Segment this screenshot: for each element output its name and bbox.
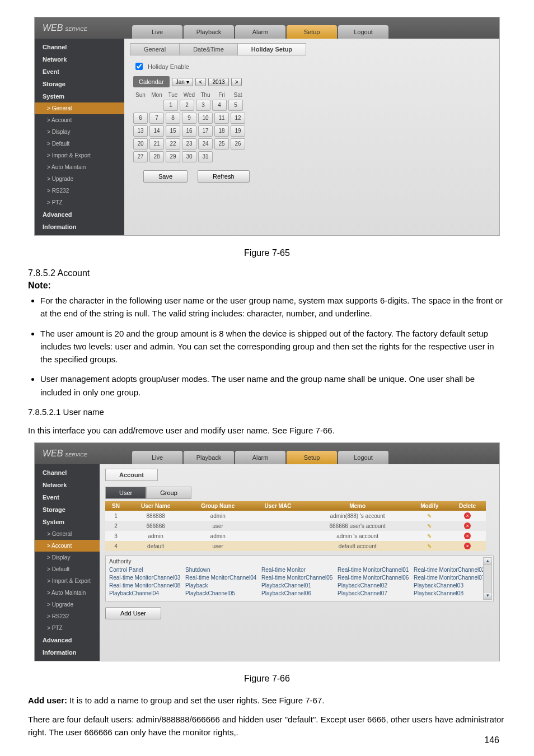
day-cell[interactable]: 27: [133, 151, 148, 162]
day-cell[interactable]: 8: [166, 113, 180, 124]
tab-logout[interactable]: Logout: [338, 25, 388, 39]
day-cell[interactable]: 31: [198, 151, 213, 162]
day-cell[interactable]: 30: [182, 151, 196, 162]
table-row[interactable]: 3adminadminadmin 's account✎×: [105, 531, 486, 541]
day-cell[interactable]: 17: [198, 125, 213, 137]
day-cell[interactable]: 29: [166, 151, 180, 162]
day-cell[interactable]: 22: [166, 138, 180, 150]
delete-icon[interactable]: ×: [464, 512, 471, 519]
day-cell[interactable]: 2: [180, 100, 194, 111]
table-row[interactable]: 4defaultuserdefault account✎×: [105, 541, 486, 551]
sidebar-item-ptz[interactable]: > PTZ: [35, 197, 124, 208]
holiday-enable-checkbox[interactable]: [135, 63, 143, 70]
pencil-icon[interactable]: ✎: [427, 543, 432, 549]
sidebar-item-account[interactable]: > Account: [35, 114, 124, 126]
pencil-icon[interactable]: ✎: [427, 533, 432, 539]
day-cell[interactable]: 10: [198, 113, 213, 124]
table-row[interactable]: 1888888adminadmin(888) 's account✎×: [105, 511, 486, 521]
sidebar-item-advanced-2[interactable]: Advanced: [35, 634, 100, 646]
day-cell[interactable]: 19: [231, 125, 245, 137]
sidebar-item-channel-2[interactable]: Channel: [35, 466, 100, 479]
tab-alarm-2[interactable]: Alarm: [235, 451, 285, 464]
cell-delete[interactable]: ×: [449, 541, 486, 551]
sidebar-item-channel[interactable]: Channel: [35, 41, 124, 53]
sidebar-item-automaintain[interactable]: > Auto Maintain: [35, 161, 124, 173]
day-cell[interactable]: 15: [166, 125, 180, 137]
subtab-datetime[interactable]: Date&Time: [179, 43, 238, 55]
sidebar-item-storage[interactable]: Storage: [35, 78, 124, 90]
tab-live[interactable]: Live: [132, 25, 182, 39]
day-cell[interactable]: 5: [228, 100, 243, 111]
tab-setup[interactable]: Setup: [287, 25, 337, 39]
delete-icon[interactable]: ×: [464, 543, 471, 549]
tab-user[interactable]: User: [105, 487, 146, 499]
day-cell[interactable]: 9: [182, 113, 196, 124]
tab-alarm[interactable]: Alarm: [235, 25, 285, 39]
sidebar-item-impexp[interactable]: > Import & Export: [35, 150, 124, 161]
sidebar-item-information[interactable]: Information: [35, 221, 124, 233]
sidebar-item-general[interactable]: > General: [35, 102, 124, 114]
sidebar-item-system[interactable]: System: [35, 90, 124, 102]
cell-modify[interactable]: ✎: [410, 531, 449, 541]
sidebar-item-rs232-2[interactable]: > RS232: [35, 610, 100, 622]
day-cell[interactable]: 3: [196, 100, 210, 111]
day-cell[interactable]: 14: [149, 125, 164, 137]
sidebar-item-default[interactable]: > Default: [35, 138, 124, 150]
day-cell[interactable]: 13: [133, 125, 148, 137]
sidebar-item-ptz-2[interactable]: > PTZ: [35, 622, 100, 634]
sidebar-item-account-2[interactable]: > Account: [35, 540, 100, 552]
sidebar-item-system-2[interactable]: System: [35, 516, 100, 528]
month-select[interactable]: Jan ▾: [172, 78, 193, 86]
day-cell[interactable]: 23: [182, 138, 196, 150]
sidebar-item-event-2[interactable]: Event: [35, 491, 100, 503]
day-cell[interactable]: 18: [214, 125, 229, 137]
day-cell[interactable]: 28: [149, 151, 164, 162]
sidebar-item-event[interactable]: Event: [35, 66, 124, 78]
day-cell[interactable]: 21: [149, 138, 164, 150]
pencil-icon[interactable]: ✎: [427, 513, 432, 519]
day-cell[interactable]: 1: [163, 100, 178, 111]
tab-setup-2[interactable]: Setup: [287, 451, 337, 464]
year-prev-button[interactable]: <: [195, 78, 207, 86]
day-cell[interactable]: 11: [214, 113, 229, 124]
tab-logout-2[interactable]: Logout: [338, 451, 388, 464]
tab-playback-2[interactable]: Playback: [184, 451, 234, 464]
tab-playback[interactable]: Playback: [184, 25, 234, 39]
subtab-account[interactable]: Account: [105, 469, 158, 481]
day-cell[interactable]: 25: [214, 138, 229, 150]
year-field[interactable]: 2013: [208, 78, 228, 86]
year-next-button[interactable]: >: [231, 78, 242, 86]
sidebar-item-information-2[interactable]: Information: [35, 646, 100, 659]
cell-modify[interactable]: ✎: [410, 511, 449, 521]
sidebar-item-display[interactable]: > Display: [35, 126, 124, 138]
sidebar-item-default-2[interactable]: > Default: [35, 563, 100, 575]
sidebar-item-network[interactable]: Network: [35, 53, 124, 66]
day-cell[interactable]: 6: [133, 113, 148, 124]
delete-icon[interactable]: ×: [464, 533, 471, 539]
day-cell[interactable]: 12: [231, 113, 245, 124]
sidebar-item-upgrade[interactable]: > Upgrade: [35, 173, 124, 185]
authority-scrollbar[interactable]: ▴ ▾: [483, 557, 492, 600]
day-cell[interactable]: 4: [212, 100, 227, 111]
cell-modify[interactable]: ✎: [410, 521, 449, 531]
delete-icon[interactable]: ×: [464, 522, 471, 529]
tab-group[interactable]: Group: [146, 487, 191, 499]
table-row[interactable]: 2666666user666666 user's account✎×: [105, 521, 486, 531]
subtab-holiday[interactable]: Holiday Setup: [237, 43, 306, 55]
sidebar-item-storage-2[interactable]: Storage: [35, 503, 100, 516]
refresh-button[interactable]: Refresh: [198, 170, 250, 183]
sidebar-item-impexp-2[interactable]: > Import & Export: [35, 575, 100, 587]
cell-delete[interactable]: ×: [449, 521, 486, 531]
tab-live-2[interactable]: Live: [132, 451, 182, 464]
sidebar-item-general-2[interactable]: > General: [35, 528, 100, 540]
cell-modify[interactable]: ✎: [410, 541, 449, 551]
day-cell[interactable]: 24: [198, 138, 213, 150]
sidebar-item-network-2[interactable]: Network: [35, 479, 100, 491]
save-button[interactable]: Save: [143, 170, 188, 183]
scroll-down-icon[interactable]: ▾: [484, 592, 491, 599]
add-user-button[interactable]: Add User: [105, 607, 161, 619]
subtab-general[interactable]: General: [130, 43, 180, 55]
sidebar-item-rs232[interactable]: > RS232: [35, 185, 124, 197]
day-cell[interactable]: 26: [231, 138, 245, 150]
pencil-icon[interactable]: ✎: [427, 523, 432, 529]
